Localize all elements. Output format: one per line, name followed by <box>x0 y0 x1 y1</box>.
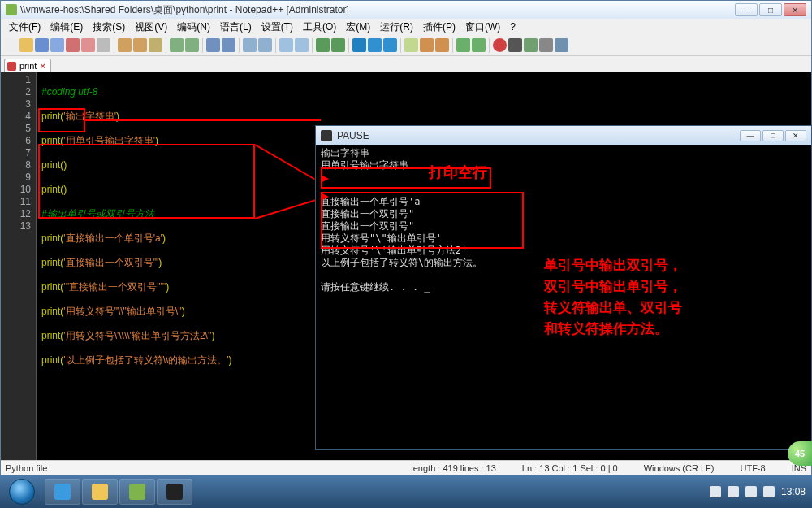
status-length: length : 419 lines : 13 <box>411 463 496 473</box>
zoomin-icon[interactable] <box>243 38 257 52</box>
annotation-text-l3: 转义符输出单、双引号 <box>544 297 682 319</box>
line-gutter: 123 456 789 101112 13 <box>1 72 37 461</box>
tray-sound-icon[interactable] <box>745 486 757 497</box>
system-tray: 13:08 <box>710 486 812 497</box>
zoomout-icon[interactable] <box>258 38 272 52</box>
toolbar <box>1 35 811 56</box>
comment-icon[interactable] <box>456 38 470 52</box>
console-minimize-button[interactable]: — <box>740 130 761 141</box>
start-button[interactable] <box>0 475 44 508</box>
menubar: 文件(F) 编辑(E) 搜索(S) 视图(V) 编码(N) 语言(L) 设置(T… <box>1 19 811 35</box>
copy-icon[interactable] <box>133 38 147 52</box>
monitor-icon[interactable] <box>404 38 418 52</box>
console-title: PAUSE <box>337 130 369 141</box>
menu-tools[interactable]: 工具(O) <box>298 19 341 36</box>
window-title: \\vmware-host\Shared Folders\桌面\python\p… <box>20 3 349 17</box>
cut-icon[interactable] <box>118 38 132 52</box>
app-icon <box>6 4 17 15</box>
annotation-text-blanklines: 打印空行 <box>429 163 487 182</box>
close-button[interactable]: ✕ <box>784 3 806 16</box>
folder-icon[interactable] <box>352 38 366 52</box>
tray-flag-icon[interactable] <box>710 486 721 497</box>
taskbar: 13:08 <box>0 475 812 508</box>
close-icon[interactable] <box>66 38 80 52</box>
minimize-button[interactable]: — <box>735 3 758 16</box>
sync-icon[interactable] <box>279 38 293 52</box>
paste-icon[interactable] <box>149 38 162 52</box>
menu-language[interactable]: 语言(L) <box>215 19 257 36</box>
uncomment-icon[interactable] <box>472 38 486 52</box>
saveall-icon[interactable] <box>50 38 64 52</box>
annotation-arrow-line-1 <box>85 119 321 121</box>
statusbar: Python file length : 419 lines : 13 Ln :… <box>1 460 811 475</box>
console-maximize-button[interactable]: □ <box>762 130 784 141</box>
docmap-icon[interactable] <box>383 38 397 52</box>
windows-orb-icon <box>9 479 35 505</box>
annotation-text-l4: 和转义符操作方法。 <box>544 319 682 340</box>
status-encoding: UTF-8 <box>740 463 765 473</box>
taskbar-notepadpp[interactable] <box>119 479 155 505</box>
menu-file[interactable]: 文件(F) <box>4 19 45 36</box>
closeall-icon[interactable] <box>81 38 95 52</box>
status-filetype: Python file <box>6 463 47 473</box>
annotation-box-output <box>321 192 524 249</box>
new-icon[interactable] <box>4 38 18 52</box>
console-close-button[interactable]: ✕ <box>785 130 806 141</box>
arrowhead-1 <box>321 175 329 183</box>
open-icon[interactable] <box>19 38 33 52</box>
status-position: Ln : 13 Col : 1 Sel : 0 | 0 <box>522 463 618 473</box>
record-icon[interactable] <box>493 38 507 52</box>
tab-close-icon[interactable]: × <box>40 61 45 71</box>
menu-search[interactable]: 搜索(S) <box>88 19 130 36</box>
unfold-icon[interactable] <box>435 38 449 52</box>
stop-icon[interactable] <box>508 38 522 52</box>
find-icon[interactable] <box>206 38 220 52</box>
taskbar-cmd[interactable] <box>157 479 192 505</box>
wrap-icon[interactable] <box>295 38 309 52</box>
taskbar-ie[interactable] <box>45 479 80 505</box>
playmulti-icon[interactable] <box>539 38 553 52</box>
console-titlebar[interactable]: PAUSE — □ ✕ <box>316 126 811 145</box>
menu-settings[interactable]: 设置(T) <box>257 19 298 36</box>
menu-window[interactable]: 窗口(W) <box>460 19 505 36</box>
tray-ime-icon[interactable] <box>763 486 775 497</box>
fold-icon[interactable] <box>420 38 434 52</box>
console-icon <box>321 130 332 141</box>
funclist-icon[interactable] <box>368 38 382 52</box>
indent-icon[interactable] <box>331 38 345 52</box>
tab-label: print <box>19 61 37 71</box>
play-icon[interactable] <box>524 38 538 52</box>
menu-plugins[interactable]: 插件(P) <box>418 19 460 36</box>
annotation-box-quote-methods <box>38 144 255 219</box>
allchars-icon[interactable] <box>316 38 330 52</box>
menu-encoding[interactable]: 编码(N) <box>172 19 215 36</box>
status-eol: Windows (CR LF) <box>644 463 715 473</box>
annotation-text-l2: 双引号中输出单引号， <box>544 276 682 297</box>
save-icon[interactable] <box>35 38 49 52</box>
menu-run[interactable]: 运行(R) <box>375 19 418 36</box>
menu-macro[interactable]: 宏(M) <box>341 19 375 36</box>
tray-clock[interactable]: 13:08 <box>781 486 806 497</box>
savemacro-icon[interactable] <box>555 38 568 52</box>
menu-view[interactable]: 视图(V) <box>130 19 172 36</box>
maximize-button[interactable]: □ <box>759 3 782 16</box>
titlebar[interactable]: \\vmware-host\Shared Folders\桌面\python\p… <box>1 1 811 19</box>
taskbar-explorer[interactable] <box>82 479 118 505</box>
tray-network-icon[interactable] <box>728 486 739 497</box>
annotation-box-empty-prints <box>38 108 85 132</box>
tab-bar: print× <box>1 56 811 72</box>
redo-icon[interactable] <box>185 38 199 52</box>
tab-print[interactable]: print× <box>4 59 51 72</box>
menu-edit[interactable]: 编辑(E) <box>45 19 88 36</box>
undo-icon[interactable] <box>170 38 184 52</box>
menu-help[interactable]: ? <box>505 20 520 34</box>
green-fab-button[interactable]: 45 <box>788 441 812 466</box>
replace-icon[interactable] <box>222 38 235 52</box>
annotation-text-l1: 单引号中输出双引号， <box>544 255 682 276</box>
arrowhead-2 <box>321 193 329 201</box>
print-icon[interactable] <box>97 38 110 52</box>
